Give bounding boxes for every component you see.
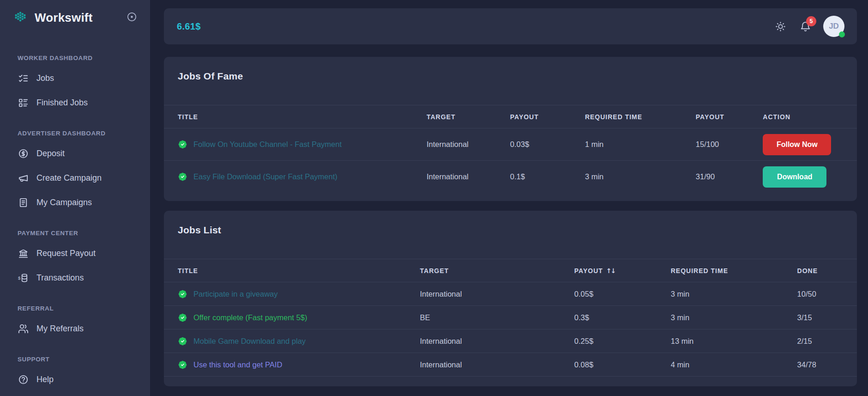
target-cell: International <box>420 360 574 369</box>
job-title-link[interactable]: Use this tool and get PAID <box>193 360 282 369</box>
sidebar-item-transactions[interactable]: $ Transactions <box>0 266 150 290</box>
online-status-dot <box>839 31 845 37</box>
follow-now-button[interactable]: Follow Now <box>763 134 831 155</box>
column-header-action: ACTION <box>763 113 843 121</box>
target-cell: International <box>427 140 510 149</box>
column-header-target: TARGET <box>427 113 510 121</box>
done-cell: 3/15 <box>797 313 843 322</box>
checklist-icon <box>18 73 29 84</box>
jobs-list-title: Jobs List <box>178 225 843 236</box>
target-cell: International <box>427 172 510 181</box>
verified-seal-icon <box>178 313 187 323</box>
sidebar-nav: WORKER DASHBOARD Jobs Finished Jobs ADVE… <box>0 35 150 392</box>
required-time-cell: 1 min <box>585 140 696 149</box>
sidebar-item-deposit[interactable]: Deposit <box>0 141 150 166</box>
sidebar-item-label: Help <box>36 375 54 384</box>
job-title-link[interactable]: Easy File Download (Super Fast Payment) <box>193 172 338 181</box>
bank-icon <box>18 248 29 259</box>
section-label-referral: REFERRAL <box>0 290 150 317</box>
users-icon <box>18 323 29 335</box>
jobs-of-fame-header-row: TITLE TARGET PAYOUT REQUIRED TIME PAYOUT… <box>164 105 857 128</box>
sun-icon <box>775 21 786 32</box>
sidebar-header: Workswift <box>0 0 150 35</box>
payout-cell: 0.08$ <box>574 360 671 369</box>
brand: Workswift <box>13 10 119 25</box>
job-title-link[interactable]: Participate in a giveaway <box>193 290 278 299</box>
sidebar-item-label: Create Campaign <box>36 173 102 183</box>
sidebar: Workswift WORKER DASHBOARD Jobs Finished… <box>0 0 150 396</box>
table-row: Easy File Download (Super Fast Payment) … <box>164 160 857 193</box>
required-time-cell: 13 min <box>671 337 797 346</box>
balance-amount[interactable]: 6.61$ <box>177 21 773 32</box>
avatar-initials: JD <box>829 22 839 31</box>
target-cell: International <box>420 337 574 346</box>
column-header-payout2: PAYOUT <box>696 113 763 121</box>
sidebar-item-my-campaigns[interactable]: My Campaigns <box>0 190 150 215</box>
column-header-target: TARGET <box>420 267 574 274</box>
table-row: Use this tool and get PAID International… <box>164 353 857 376</box>
payout-cell: 0.1$ <box>510 172 585 181</box>
dollar-circle-icon <box>18 148 29 159</box>
megaphone-icon <box>18 173 29 184</box>
jobs-of-fame-card: Jobs Of Fame TITLE TARGET PAYOUT REQUIRE… <box>164 57 857 201</box>
list-layout-icon <box>18 97 29 109</box>
table-row: Follow On Youtube Channel - Fast Payment… <box>164 128 857 160</box>
jobs-of-fame-title: Jobs Of Fame <box>178 71 843 82</box>
column-header-title: TITLE <box>178 113 427 121</box>
notifications-button[interactable]: 5 <box>798 19 812 33</box>
required-time-cell: 3 min <box>671 313 797 322</box>
verified-seal-icon <box>178 360 187 370</box>
done-cell: 10/50 <box>797 290 843 299</box>
sidebar-item-request-payout[interactable]: Request Payout <box>0 241 150 266</box>
done-cell: 34/78 <box>797 360 843 369</box>
section-label-support: SUPPORT <box>0 341 150 367</box>
job-title-link[interactable]: Offer complete (Fast payment 5$) <box>193 313 307 322</box>
download-button[interactable]: Download <box>763 166 826 188</box>
verified-seal-icon <box>178 140 187 149</box>
dollar-coins-icon: $ <box>18 273 29 284</box>
sidebar-item-help[interactable]: Help <box>0 367 150 392</box>
sidebar-item-label: My Referrals <box>36 324 84 334</box>
column-header-done: DONE <box>797 267 843 274</box>
sidebar-item-label: My Campaigns <box>36 198 92 207</box>
sidebar-item-label: Deposit <box>36 149 65 158</box>
job-title-link[interactable]: Follow On Youtube Channel - Fast Payment <box>193 140 342 149</box>
sidebar-item-label: Jobs <box>36 73 54 83</box>
logo-icon <box>13 10 29 25</box>
section-label-payment-center: PAYMENT CENTER <box>0 215 150 241</box>
required-time-cell: 3 min <box>585 172 696 181</box>
notification-badge: 5 <box>806 16 816 26</box>
payout-cell: 0.25$ <box>574 337 671 346</box>
sidebar-item-finished-jobs[interactable]: Finished Jobs <box>0 91 150 115</box>
payout-cell: 0.03$ <box>510 140 585 149</box>
column-header-title: TITLE <box>178 267 420 274</box>
sidebar-item-my-referrals[interactable]: My Referrals <box>0 317 150 341</box>
jobs-list-header-row: TITLE TARGET PAYOUT ↑↓ REQUIRED TIME DON… <box>164 259 857 282</box>
circle-dot-icon <box>127 12 137 24</box>
column-header-required-time: REQUIRED TIME <box>585 113 696 121</box>
table-row: Mobile Game Download and play Internatio… <box>164 329 857 353</box>
svg-text:$: $ <box>18 275 21 280</box>
sidebar-item-jobs[interactable]: Jobs <box>0 66 150 91</box>
required-time-cell: 4 min <box>671 360 797 369</box>
verified-seal-icon <box>178 172 187 182</box>
required-time-cell: 3 min <box>671 290 797 299</box>
topbar: 6.61$ 5 JD <box>164 8 857 44</box>
sidebar-toggle-button[interactable] <box>125 11 138 24</box>
theme-toggle-button[interactable] <box>773 19 787 33</box>
sidebar-item-create-campaign[interactable]: Create Campaign <box>0 166 150 190</box>
target-cell: BE <box>420 313 574 322</box>
main-content: 6.61$ 5 JD Jobs Of Fame TITLE TARGET PAY… <box>150 0 868 396</box>
target-cell: International <box>420 290 574 299</box>
verified-seal-icon <box>178 289 187 299</box>
payout-cell: 0.05$ <box>574 290 671 299</box>
done-cell: 2/15 <box>797 337 843 346</box>
sidebar-item-label: Request Payout <box>36 249 96 258</box>
job-title-link[interactable]: Mobile Game Download and play <box>193 337 306 346</box>
avatar[interactable]: JD <box>823 16 844 37</box>
sort-arrows-icon: ↑↓ <box>606 267 615 274</box>
document-icon <box>18 197 29 208</box>
payout-cell: 0.3$ <box>574 313 671 322</box>
column-header-payout-sortable[interactable]: PAYOUT ↑↓ <box>574 267 671 274</box>
table-row-partial <box>164 376 857 386</box>
